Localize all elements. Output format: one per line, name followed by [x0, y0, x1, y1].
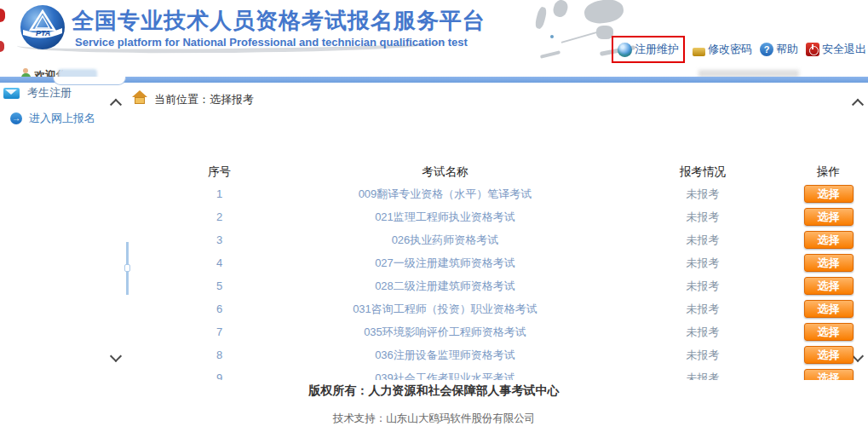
col-header-no: 序号: [162, 164, 277, 180]
exam-no: 2: [162, 210, 277, 223]
exam-no: 6: [162, 302, 277, 315]
select-button[interactable]: 选择: [804, 369, 854, 380]
page: PTA 全国专业技术人员资格考试报名服务平台 Service platform …: [0, 0, 868, 432]
table-row: 3026执业药师资格考试未报考选择: [162, 228, 865, 251]
exam-status: 未报考: [613, 210, 792, 225]
table-row: 8036注册设备监理师资格考试未报考选择: [162, 343, 865, 366]
exam-name: 021监理工程师执业资格考试: [277, 210, 613, 225]
nav-label: 修改密码: [708, 42, 752, 57]
exam-no: 8: [162, 348, 277, 361]
nav-item-register-maintenance[interactable]: 注册维护: [612, 36, 685, 63]
exam-status: 未报考: [613, 371, 792, 381]
power-icon: [806, 43, 819, 56]
breadcrumb: 当前位置：选择报考: [154, 92, 254, 107]
exam-no: 1: [162, 187, 277, 200]
table-row: 5028二级注册建筑师资格考试未报考选择: [162, 274, 865, 297]
exam-status: 未报考: [613, 302, 792, 317]
exam-name: 035环境影响评价工程师资格考试: [277, 325, 613, 340]
exam-status: 未报考: [613, 256, 792, 271]
footer-support: 技术支持：山东山大鸥玛软件股份有限公司: [0, 412, 868, 426]
sidebar-item-enter-online-registration[interactable]: → 进入网上报名: [10, 111, 95, 126]
exam-status: 未报考: [613, 325, 792, 340]
exam-name: 036注册设备监理师资格考试: [277, 348, 613, 363]
table-row: 4027一级注册建筑师资格考试未报考选择: [162, 251, 865, 274]
exam-no: 7: [162, 325, 277, 338]
active-tab-notch: [53, 77, 126, 85]
col-header-status: 报考情况: [613, 164, 792, 180]
col-header-action: 操作: [792, 164, 865, 180]
exam-table-body: 1009翻译专业资格（水平）笔译考试未报考选择2021监理工程师执业资格考试未报…: [162, 182, 865, 380]
page-title: 全国专业技术人员资格考试报名服务平台: [72, 6, 486, 36]
nav-item-change-password[interactable]: 修改密码: [693, 42, 752, 57]
chevron-up-icon[interactable]: [112, 98, 120, 107]
arrow-circle-icon: →: [10, 112, 22, 124]
exam-name: 009翻译专业资格（水平）笔译考试: [277, 187, 613, 202]
help-icon: ?: [760, 43, 773, 56]
table-row: 1009翻译专业资格（水平）笔译考试未报考选择: [162, 182, 865, 205]
table-row: 2021监理工程师执业资格考试未报考选择: [162, 205, 865, 228]
exam-name: 028二级注册建筑师资格考试: [277, 279, 613, 294]
nav-label: 安全退出: [822, 42, 866, 57]
footer-copyright: 版权所有：人力资源和社会保障部人事考试中心: [0, 383, 868, 399]
exam-status: 未报考: [613, 279, 792, 294]
exam-table: 序号 考试名称 报考情况 操作 1009翻译专业资格（水平）笔译考试未报考选择2…: [162, 162, 865, 380]
select-button[interactable]: 选择: [804, 254, 854, 272]
nav-item-logout[interactable]: 安全退出: [806, 42, 866, 57]
nav-label: 帮助: [776, 42, 798, 57]
exam-name: 026执业药师资格考试: [277, 233, 613, 248]
select-button[interactable]: 选择: [804, 300, 854, 318]
select-button[interactable]: 选择: [804, 185, 854, 203]
home-icon: [132, 90, 147, 104]
page-subtitle: Service platform for National Profession…: [75, 36, 468, 49]
sidebar-item-candidate-registration[interactable]: 考生注册: [3, 85, 72, 101]
select-button[interactable]: 选择: [804, 323, 854, 341]
exam-name: 027一级注册建筑师资格考试: [277, 256, 613, 271]
exam-status: 未报考: [613, 233, 792, 248]
table-header-row: 序号 考试名称 报考情况 操作: [162, 162, 865, 182]
sidebar-item-label: 进入网上报名: [29, 111, 95, 126]
col-header-exam-name: 考试名称: [277, 164, 613, 180]
lock-icon: [693, 43, 705, 56]
select-button[interactable]: 选择: [804, 346, 854, 364]
exam-no: 5: [162, 279, 277, 292]
nav-item-help[interactable]: ? 帮助: [760, 42, 798, 57]
sidebar-item-label: 考生注册: [27, 85, 72, 101]
header-divider-bar: [0, 77, 868, 83]
nav-label: 注册维护: [635, 42, 679, 57]
header-nav: 注册维护 修改密码 ? 帮助 安全退出: [612, 36, 866, 63]
exam-no: 3: [162, 233, 277, 246]
breadcrumb-current: 选择报考: [210, 93, 254, 106]
chevron-down-icon[interactable]: [112, 352, 120, 360]
svg-text:PTA: PTA: [36, 29, 50, 37]
exam-no: 9: [162, 372, 277, 380]
exam-name: 039社会工作者职业水平考试: [277, 371, 613, 381]
select-button[interactable]: 选择: [804, 277, 854, 295]
select-button[interactable]: 选择: [804, 208, 854, 226]
table-row: 7035环境影响评价工程师资格考试未报考选择: [162, 320, 865, 343]
scrollbar-thumb-artifact: [124, 264, 130, 272]
left-edge-red-artifact: [0, 41, 4, 52]
exam-no: 4: [162, 256, 277, 269]
exam-name: 031咨询工程师（投资）职业资格考试: [277, 302, 613, 317]
select-button[interactable]: 选择: [804, 231, 854, 249]
table-row: 6031咨询工程师（投资）职业资格考试未报考选择: [162, 297, 865, 320]
left-edge-red-artifact: [0, 9, 5, 22]
globe-icon: [618, 43, 632, 57]
chevron-up-icon[interactable]: [854, 98, 862, 107]
mail-icon: [3, 88, 20, 99]
exam-status: 未报考: [613, 348, 792, 363]
exam-status: 未报考: [613, 187, 792, 202]
breadcrumb-prefix: 当前位置：: [154, 93, 210, 106]
site-logo-icon: PTA: [20, 4, 66, 50]
table-row: 9039社会工作者职业水平考试未报考选择: [162, 366, 865, 380]
